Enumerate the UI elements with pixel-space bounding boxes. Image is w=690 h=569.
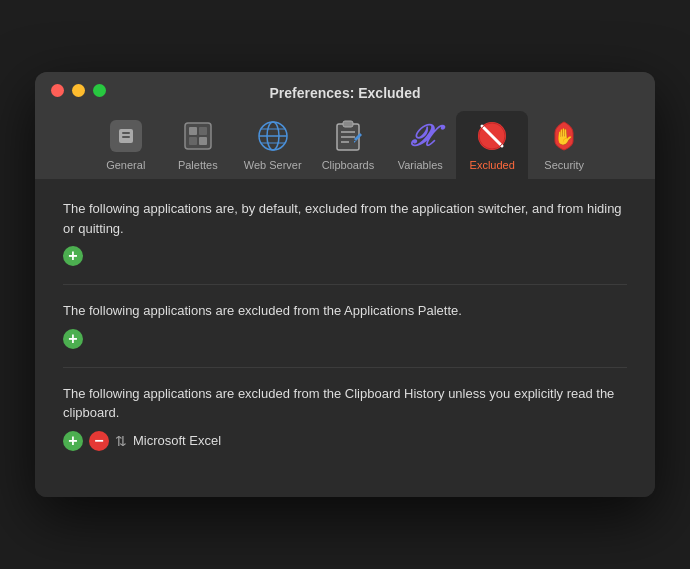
- section2-buttons: +: [63, 329, 627, 349]
- toolbar-item-variables[interactable]: 𝒳 Variables: [384, 111, 456, 179]
- svg-rect-6: [189, 137, 197, 145]
- toolbar-label-clipboards: Clipboards: [322, 159, 375, 171]
- excel-item-label: Microsoft Excel: [133, 433, 221, 448]
- security-icon: ✋: [545, 117, 583, 155]
- section2-add-button[interactable]: +: [63, 329, 83, 349]
- divider-2: [63, 367, 627, 368]
- section3-text: The following applications are excluded …: [63, 384, 627, 423]
- section3-add-button[interactable]: +: [63, 431, 83, 451]
- toolbar-item-excluded[interactable]: Excluded: [456, 111, 528, 179]
- section3-remove-button[interactable]: −: [89, 431, 109, 451]
- section-app-switcher: The following applications are, by defau…: [63, 199, 627, 266]
- section-clipboard-history: The following applications are excluded …: [63, 384, 627, 451]
- preferences-window: Preferences: Excluded General: [35, 72, 655, 497]
- svg-text:✋: ✋: [554, 127, 574, 146]
- excluded-icon: [473, 117, 511, 155]
- variables-icon: 𝒳: [401, 117, 439, 155]
- toolbar-label-security: Security: [544, 159, 584, 171]
- toolbar-label-webserver: Web Server: [244, 159, 302, 171]
- svg-rect-14: [343, 121, 353, 127]
- toolbar: General Palettes: [90, 111, 600, 179]
- clipboards-icon: [329, 117, 367, 155]
- general-icon: [107, 117, 145, 155]
- svg-rect-1: [122, 132, 130, 134]
- svg-rect-5: [199, 127, 207, 135]
- divider-1: [63, 284, 627, 285]
- svg-rect-4: [189, 127, 197, 135]
- section3-item-row: + − ⇅ Microsoft Excel: [63, 431, 627, 451]
- section1-add-button[interactable]: +: [63, 246, 83, 266]
- svg-rect-2: [122, 136, 130, 138]
- section-app-palette: The following applications are excluded …: [63, 301, 627, 349]
- toolbar-label-excluded: Excluded: [470, 159, 515, 171]
- section1-buttons: +: [63, 246, 627, 266]
- toolbar-label-variables: Variables: [398, 159, 443, 171]
- toolbar-item-webserver[interactable]: Web Server: [234, 111, 312, 179]
- toolbar-label-general: General: [106, 159, 145, 171]
- section1-text: The following applications are, by defau…: [63, 199, 627, 238]
- svg-rect-7: [199, 137, 207, 145]
- sort-icon: ⇅: [115, 433, 127, 449]
- palettes-icon: [179, 117, 217, 155]
- svg-rect-3: [185, 123, 211, 149]
- titlebar: Preferences: Excluded General: [35, 72, 655, 179]
- content-area: The following applications are, by defau…: [35, 179, 655, 497]
- toolbar-item-security[interactable]: ✋ Security: [528, 111, 600, 179]
- toolbar-item-general[interactable]: General: [90, 111, 162, 179]
- toolbar-item-clipboards[interactable]: Clipboards: [312, 111, 385, 179]
- window-title: Preferences: Excluded: [51, 85, 639, 101]
- toolbar-item-palettes[interactable]: Palettes: [162, 111, 234, 179]
- toolbar-label-palettes: Palettes: [178, 159, 218, 171]
- webserver-icon: [254, 117, 292, 155]
- section2-text: The following applications are excluded …: [63, 301, 627, 321]
